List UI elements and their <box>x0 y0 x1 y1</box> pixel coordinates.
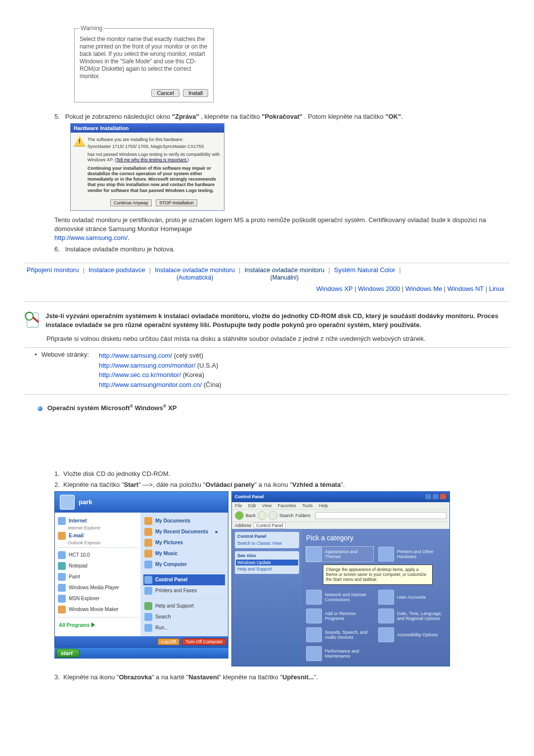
warning-box: Warning Select the monitor name that exa… <box>74 25 214 102</box>
cat-user-accounts[interactable]: User Accounts <box>378 590 445 605</box>
subtab-xp[interactable]: Windows XP <box>316 285 353 292</box>
subtab-linux[interactable]: Linux <box>489 285 504 292</box>
performance-icon <box>306 646 322 661</box>
sm-music[interactable]: My Music <box>143 548 225 559</box>
cp-titlebar: Control Panel <box>232 492 449 502</box>
sm-run[interactable]: Run... <box>143 622 225 633</box>
control-panel-screenshot: Control Panel File Edit View Favorites T… <box>231 491 450 666</box>
toolbar-search[interactable]: Search <box>279 513 294 518</box>
hw-dialog-title: Hardware Installation <box>71 124 224 133</box>
menu-help[interactable]: Help <box>319 503 328 508</box>
close-icon[interactable] <box>440 493 446 500</box>
appearance-icon <box>306 547 322 562</box>
cp-heading: Pick a category <box>306 534 445 542</box>
back-icon[interactable] <box>235 511 244 520</box>
step-5-number: 5. <box>54 113 60 120</box>
step-5-bold-3: "OK" <box>385 113 401 120</box>
subtab-me[interactable]: Windows Me <box>405 285 442 292</box>
sm-recent[interactable]: My Recent Documents ▸ <box>143 526 225 537</box>
link-samsung-world[interactable]: http://www.samsung.com/ <box>99 352 172 359</box>
manual-step-2: 2. Klepněte na tlačítko "Start" —>, dále… <box>54 480 490 489</box>
step-5-text-c: . Potom klepněte na tlačítko <box>304 113 385 120</box>
menu-file[interactable]: File <box>235 503 242 508</box>
bullet-icon: • <box>35 351 40 358</box>
tab-install-driver-auto[interactable]: Instalace ovladače monitoru (Automatická… <box>153 266 237 281</box>
install-button[interactable]: Install <box>183 89 208 97</box>
add-remove-icon <box>306 609 322 623</box>
hw-bold-warning: Continuing your installation of this sof… <box>88 166 220 193</box>
step-5-text-a: Pokud je zobrazeno následující okno <box>65 113 172 120</box>
minimize-icon[interactable] <box>425 493 432 500</box>
warning-triangle-icon: ! <box>74 136 86 146</box>
tab-install-stand[interactable]: Instalace podstavce <box>87 266 147 274</box>
sm-all-programs[interactable]: All Programs <box>57 619 138 631</box>
bullet-blue-icon <box>38 406 43 411</box>
sm-computer[interactable]: My Computer <box>143 559 225 570</box>
users-icon <box>378 590 394 605</box>
sm-internet[interactable]: Internet <box>57 516 138 526</box>
warning-button-row: Cancel Install <box>80 89 208 97</box>
tab-natural-color[interactable]: Systém Natural Color <box>332 266 398 274</box>
cp-side-title-1: Control Panel <box>237 534 297 539</box>
menu-tools[interactable]: Tools <box>302 503 312 508</box>
cat-accessibility[interactable]: Accessibility Options <box>378 627 445 642</box>
cp-menubar: File Edit View Favorites Tools Help <box>232 502 449 509</box>
sm-search[interactable]: Search <box>143 612 225 622</box>
addressbar-value[interactable]: Control Panel <box>254 522 286 528</box>
subtab-2000[interactable]: Windows 2000 <box>358 285 400 292</box>
manual-step-1: 1. Vložte disk CD do jednotky CD-ROM. <box>54 470 490 478</box>
cat-sounds[interactable]: Sounds, Speech, and Audio Devices <box>306 627 373 642</box>
toolbar-folders[interactable]: Folders <box>296 513 311 518</box>
sm-notepad[interactable]: Notepad <box>57 561 138 571</box>
step-6-number: 6. <box>54 245 60 253</box>
cat-add-remove[interactable]: Add or Remove Programs <box>306 609 373 623</box>
sm-help[interactable]: Help and Support <box>143 601 225 612</box>
os-heading-xp: Operační systém Microsoft® Windows® XP <box>38 404 509 412</box>
maximize-icon[interactable] <box>432 493 439 500</box>
hw-logo-link[interactable]: Tell me why this testing is important. <box>116 157 187 162</box>
menu-favorites[interactable]: Favorites <box>278 503 296 508</box>
stop-installation-button[interactable]: STOP Installation <box>156 199 197 206</box>
web-links-row: • Webové stránky: http://www.samsung.com… <box>35 351 509 389</box>
sm-pics[interactable]: My Pictures <box>143 537 225 548</box>
cp-switch-classic[interactable]: Switch to Classic View <box>237 540 297 546</box>
cp-help-support[interactable]: Help and Support <box>237 566 297 572</box>
sm-wmm[interactable]: Windows Movie Maker <box>57 604 138 615</box>
sm-paint[interactable]: Paint <box>57 571 138 582</box>
accessibility-icon <box>378 627 394 642</box>
link-samsung-china[interactable]: http://www.samsungmonitor.com.cn/ <box>99 381 202 388</box>
start-button[interactable]: start <box>56 649 80 658</box>
sm-control-panel[interactable]: Control Panel <box>143 574 225 585</box>
sm-printers[interactable]: Printers and Faxes <box>143 585 225 596</box>
subtab-nt[interactable]: Windows NT <box>447 285 484 292</box>
menu-view[interactable]: View <box>262 503 271 508</box>
up-icon[interactable] <box>268 511 277 520</box>
tab-connect-monitor[interactable]: Připojení monitoru <box>25 266 81 274</box>
turnoff-button[interactable]: Turn Off Computer <box>182 638 226 645</box>
sm-mydocs[interactable]: My Documents <box>143 516 225 526</box>
logoff-button[interactable]: Log Off <box>158 638 179 645</box>
continue-anyway-button[interactable]: Continue Anyway <box>110 199 152 206</box>
toolbar-views-icon[interactable] <box>315 512 446 519</box>
cat-network[interactable]: Network and Internet Connections <box>306 590 373 605</box>
link-samsung-usa[interactable]: http://www.samsung.com/monitor/ <box>99 362 195 369</box>
tab-install-driver-manual[interactable]: Instalace ovladače monitoru (Manuální) <box>242 266 326 281</box>
cat-appearance-themes[interactable]: Appearance and Themes <box>306 547 373 562</box>
sm-email[interactable]: E-mail <box>57 530 138 541</box>
datetime-icon <box>378 609 394 623</box>
sm-hct[interactable]: HCT 10.0 <box>57 550 138 561</box>
cat-date-time[interactable]: Date, Time, Language, and Regional Optio… <box>378 609 445 623</box>
cat-performance[interactable]: Performance and Maintenance <box>306 646 373 661</box>
forward-icon[interactable] <box>258 511 267 520</box>
cp-windows-update[interactable]: Windows Update <box>236 560 298 566</box>
os-subtabs: Windows XP | Windows 2000 | Windows Me |… <box>25 285 504 292</box>
menu-edit[interactable]: Edit <box>248 503 256 508</box>
link-sec-korea[interactable]: http://www.sec.co.kr/monitor/ <box>99 371 181 378</box>
samsung-home-link[interactable]: http://www.samsung.com/ <box>54 234 128 241</box>
cat-printers-hw[interactable]: Printers and Other Hardware <box>378 547 445 562</box>
sm-wmp[interactable]: Windows Media Player <box>57 582 138 593</box>
cancel-button[interactable]: Cancel <box>151 89 179 97</box>
user-avatar-icon <box>60 495 75 510</box>
sm-msn[interactable]: MSN Explorer <box>57 593 138 604</box>
step-6-text: Instalace ovladače monitoru je hotova. <box>65 245 175 253</box>
